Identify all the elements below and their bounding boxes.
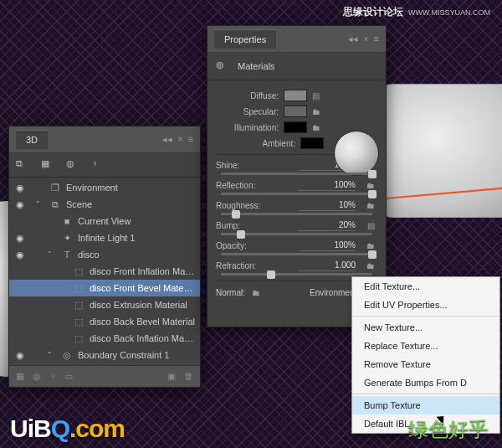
slider-label: Shine: [216,161,269,170]
slider-value[interactable]: 100% [299,180,356,191]
panel-close-icon[interactable]: × [177,134,182,145]
slider-texture-icon[interactable]: 🖿 [364,241,377,250]
illumination-swatch[interactable] [284,121,307,133]
menu-item[interactable]: Generate Bumps From D [352,373,499,392]
menu-item[interactable]: Bump Texture [352,396,499,415]
tree-row[interactable]: ■Current View [9,213,200,229]
menu-item[interactable]: New Texture... [352,318,499,337]
panel-3d: 3D ◂◂ × ≡ ⧉ ▦ ◍ ♀ ◉❐Environment◉˅⧉Scene■… [8,126,201,388]
panel-menu-icon[interactable]: ≡ [188,134,193,145]
render-icon[interactable]: ▣ [167,371,176,382]
slider-texture-icon[interactable]: 🖿 [364,181,377,190]
panel-props-header[interactable]: Properties ◂◂ × ≡ [207,26,386,53]
node-label: disco Back Inflation Mate... [90,333,195,343]
slider-texture-icon[interactable]: 🖿 [364,201,377,210]
tree-row[interactable]: ⬚disco Back Inflation Mate... [9,330,200,347]
node-label: Boundary Constraint 1 [78,350,195,360]
foot-icon[interactable]: ♀ [49,371,56,382]
eye-icon[interactable]: ◉ [14,183,26,193]
diffuse-texture-icon[interactable]: ▤ [312,91,324,100]
slider-track[interactable] [221,253,372,255]
eye-icon[interactable]: ◉ [14,233,26,244]
panel-3d-header[interactable]: 3D ◂◂ × ≡ [9,126,200,153]
node-icon: ⬚ [73,266,85,277]
filter-material-icon[interactable]: ◍ [66,158,79,172]
specular-label: Specular: [243,107,279,116]
normal-folder-icon[interactable]: 🖿 [252,288,264,297]
slider-track[interactable] [221,193,372,195]
slider-value[interactable]: 20% [299,220,356,231]
eye-icon[interactable]: ◉ [14,199,26,210]
filter-light-icon[interactable]: ♀ [91,158,105,172]
ambient-swatch[interactable] [300,137,324,149]
diffuse-swatch[interactable] [284,90,307,101]
illumination-folder-icon[interactable]: 🖿 [312,123,324,132]
panel-3d-footer: ▦ ◍ ♀ ▭ ▣ 🗑 [9,365,200,387]
menu-item[interactable]: Remove Texture [352,355,499,373]
node-icon: ❐ [49,183,61,193]
node-icon: ⬚ [73,317,85,327]
tree-row[interactable]: ◉✦Infinite Light 1 [9,229,200,246]
panel-collapse-icon[interactable]: ◂◂ [348,33,358,44]
slider-track[interactable] [221,173,372,175]
specular-folder-icon[interactable]: 🖿 [312,107,324,116]
panel-collapse-icon[interactable]: ◂◂ [162,134,172,145]
node-icon: ✦ [61,233,73,244]
tree-row[interactable]: ⬚disco Extrusion Material [9,296,200,313]
menu-item[interactable]: Replace Texture... [352,337,499,355]
slider-label: Reflection: [216,181,269,190]
slider-knob[interactable] [237,230,245,239]
expand-arrow-icon[interactable]: ˅ [36,200,44,209]
slider-value[interactable]: 1.000 [299,260,356,271]
slider-label: Refraction: [216,261,269,270]
tab-3d[interactable]: 3D [16,130,48,149]
tree-row[interactable]: ◉˅Tdisco [9,246,200,263]
menu-separator [352,316,499,317]
foot-icon[interactable]: ▦ [16,371,24,382]
slider-knob[interactable] [232,210,240,219]
slider-label: Bump: [216,221,269,230]
slider-track[interactable] [221,273,372,275]
node-label: Current View [78,216,195,226]
tree-row[interactable]: ◉˅◎Boundary Constraint 1 [9,347,200,363]
node-icon: ◎ [61,350,73,361]
tree-row[interactable]: ⬚disco Back Bevel Material [9,313,200,330]
slider-knob[interactable] [267,270,275,279]
node-icon: ■ [61,216,73,226]
slider-knob[interactable] [368,190,376,198]
slider-texture-icon[interactable]: ▤ [364,221,377,230]
tree-row[interactable]: ⬚disco Front Inflation Mat... [9,263,200,280]
node-label: Infinite Light 1 [78,233,195,243]
eye-icon[interactable]: ◉ [14,250,26,260]
menu-item[interactable]: Edit UV Properties... [352,296,499,314]
panel-menu-icon[interactable]: ≡ [374,33,379,44]
tree-row[interactable]: ◉˅⧉Scene [9,196,200,213]
trash-icon[interactable]: 🗑 [184,371,193,382]
tree-row[interactable]: ◉❐Environment [9,179,200,196]
filter-scene-icon[interactable]: ⧉ [16,158,29,172]
foot-icon[interactable]: ▭ [64,371,73,382]
slider-knob[interactable] [368,170,376,178]
menu-item[interactable]: Edit Texture... [352,277,499,296]
tree-row[interactable]: ⬚disco Front Bevel Material [9,280,200,296]
node-icon: ⬚ [73,300,85,311]
eye-icon[interactable]: ◉ [14,350,26,361]
scene-tree: ◉❐Environment◉˅⧉Scene■Current View◉✦Infi… [9,178,200,365]
slider-track[interactable] [221,233,372,235]
expand-arrow-icon[interactable]: ˅ [48,351,56,359]
tab-properties[interactable]: Properties [214,29,276,49]
expand-arrow-icon[interactable]: ˅ [48,250,56,259]
slider-track[interactable] [221,213,372,215]
slider-value[interactable]: 10% [299,200,356,211]
node-label: Scene [66,199,195,209]
foot-icon[interactable]: ◍ [33,371,41,382]
slider-knob[interactable] [368,250,376,259]
filter-mesh-icon[interactable]: ▦ [41,158,54,172]
texture-preview[interactable] [334,131,379,176]
slider-texture-icon[interactable]: 🖿 [364,261,377,270]
node-icon: ⧉ [49,199,61,210]
specular-swatch[interactable] [284,106,307,117]
panel-close-icon[interactable]: × [363,33,368,44]
slider-value[interactable]: 100% [299,240,356,251]
node-label: disco [78,250,195,260]
